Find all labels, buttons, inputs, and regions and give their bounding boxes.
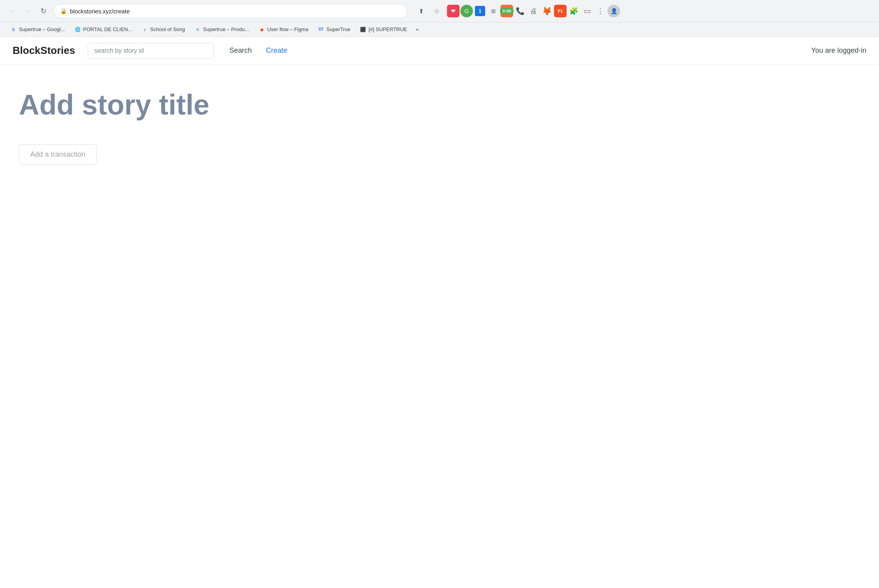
share-button[interactable]: ⬆ bbox=[414, 4, 428, 18]
app-wrapper: BlockStories Search Create You are logge… bbox=[0, 37, 879, 588]
phone-extension-icon[interactable]: 📞 bbox=[514, 5, 526, 17]
nav-link-search[interactable]: Search bbox=[223, 43, 258, 58]
app-navbar: BlockStories Search Create You are logge… bbox=[0, 37, 879, 65]
more-options-icon[interactable]: ⋮ bbox=[594, 5, 607, 17]
profile-avatar[interactable]: 👤 bbox=[608, 5, 620, 17]
refresh-button[interactable]: ↻ bbox=[36, 4, 50, 18]
sidebar-toggle-icon[interactable]: ▭ bbox=[581, 5, 593, 17]
bookmark-favicon-figma: ◆ bbox=[259, 26, 265, 33]
bookmarks-more-label: » bbox=[416, 26, 419, 32]
bookmarks-more-button[interactable]: » bbox=[413, 25, 422, 34]
bookmark-portal-de-clien[interactable]: 🌐 PORTAL DE CLIEN... bbox=[70, 25, 136, 34]
figma-extension-icon[interactable]: F1 bbox=[554, 5, 567, 17]
story-title-input[interactable] bbox=[19, 89, 860, 121]
address-bar[interactable]: 🔒 blockstories.xyz/create bbox=[54, 4, 408, 18]
bookmark-supertrue-produ[interactable]: ≡ Supertrue – Produ... bbox=[190, 25, 253, 34]
toolbar-actions: ⬆ ☆ bbox=[414, 4, 444, 18]
grid-extension-icon[interactable]: ⊞ bbox=[487, 5, 500, 17]
url-text: blockstories.xyz/create bbox=[70, 8, 401, 15]
browser-chrome: ← → ↻ 🔒 blockstories.xyz/create ⬆ ☆ ❤ G … bbox=[0, 0, 879, 37]
bookmark-supertrue-google[interactable]: S Supertrue – Googl... bbox=[6, 25, 69, 34]
search-input[interactable] bbox=[88, 43, 214, 59]
app-logo: BlockStories bbox=[13, 44, 75, 57]
bookmark-supertrue-hash[interactable]: ⬛ [#] SUPERTRUE bbox=[356, 25, 411, 34]
bookmark-favicon-portal: 🌐 bbox=[74, 26, 81, 33]
bookmark-label-supertrue-nav: SuperTrue bbox=[327, 26, 351, 32]
bookmark-label-supertrue-google: Supertrue – Googl... bbox=[19, 26, 65, 32]
nav-links: Search Create bbox=[223, 43, 294, 58]
add-transaction-button[interactable]: Add a transaction bbox=[19, 144, 97, 165]
main-content: Add a transaction bbox=[0, 65, 879, 188]
puzzle-extension-icon[interactable]: 🧩 bbox=[567, 5, 580, 17]
bookmark-label-school: School of Song bbox=[150, 26, 185, 32]
lock-icon: 🔒 bbox=[60, 8, 67, 14]
bookmark-favicon-supertrue-hash: ⬛ bbox=[360, 26, 366, 33]
bookmark-favicon-supertrue-produ: ≡ bbox=[194, 26, 201, 33]
extensions-area: ❤ G 1 ⊞ 0:00 📞 🖨 🦊 F1 🧩 ▭ bbox=[447, 5, 620, 17]
time-badge: 0:00 bbox=[500, 8, 513, 14]
counter-extension-icon[interactable]: 1 bbox=[474, 5, 486, 17]
counter-badge: 1 bbox=[475, 6, 485, 16]
bookmark-supertrue-nav[interactable]: ST SuperTrue bbox=[314, 25, 355, 34]
back-button[interactable]: ← bbox=[5, 4, 19, 18]
logged-in-status: You are logged-in bbox=[811, 46, 866, 55]
search-input-container bbox=[88, 43, 214, 59]
grammarly-extension-icon[interactable]: G bbox=[460, 5, 473, 17]
nav-buttons: ← → ↻ bbox=[5, 4, 50, 18]
bookmark-label-portal: PORTAL DE CLIEN... bbox=[83, 26, 132, 32]
bookmark-label-figma: User flow – Figma bbox=[267, 26, 308, 32]
browser-toolbar: ← → ↻ 🔒 blockstories.xyz/create ⬆ ☆ ❤ G … bbox=[0, 0, 879, 22]
bookmark-user-flow-figma[interactable]: ◆ User flow – Figma bbox=[255, 25, 312, 34]
pocket-extension-icon[interactable]: ❤ bbox=[447, 5, 460, 17]
spark-extension-icon[interactable]: 0:00 bbox=[500, 5, 513, 17]
bookmark-label-supertrue-produ: Supertrue – Produ... bbox=[203, 26, 249, 32]
bookmark-favicon-school: ♪ bbox=[142, 26, 148, 33]
bookmark-button[interactable]: ☆ bbox=[430, 4, 444, 18]
bookmark-favicon-supertrue-google: S bbox=[10, 26, 17, 33]
bookmark-school-of-song[interactable]: ♪ School of Song bbox=[138, 25, 189, 34]
forward-button[interactable]: → bbox=[20, 4, 35, 18]
fox-extension-icon[interactable]: 🦊 bbox=[541, 5, 553, 17]
bookmark-favicon-supertrue-nav: ST bbox=[318, 26, 324, 33]
print-extension-icon[interactable]: 🖨 bbox=[527, 5, 540, 17]
bookmarks-bar: S Supertrue – Googl... 🌐 PORTAL DE CLIEN… bbox=[0, 22, 879, 36]
nav-link-create[interactable]: Create bbox=[260, 43, 294, 58]
bookmark-label-supertrue-hash: [#] SUPERTRUE bbox=[369, 26, 407, 32]
